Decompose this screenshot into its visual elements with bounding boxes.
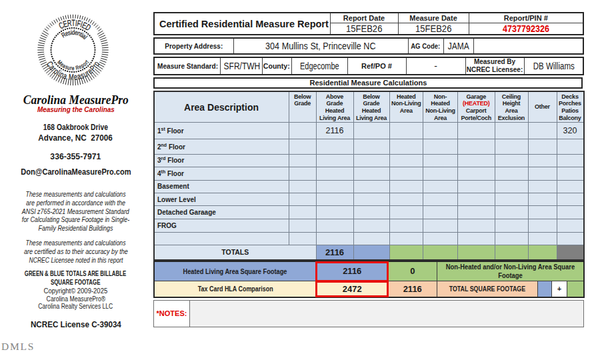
svg-text:e: e	[72, 65, 75, 71]
